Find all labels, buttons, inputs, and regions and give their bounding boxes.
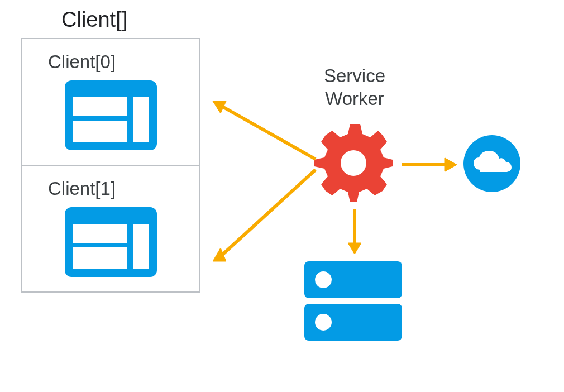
svg-marker-21: [445, 158, 457, 171]
server-icon: [304, 261, 402, 342]
svg-rect-6: [73, 247, 127, 269]
client-box-0: Client[0]: [21, 38, 200, 166]
svg-point-11: [315, 271, 332, 288]
svg-line-16: [221, 170, 316, 256]
arrow-to-client0: [209, 98, 321, 165]
browser-window-icon: [65, 80, 157, 150]
clients-container: Client[0] Client[1]: [21, 38, 200, 293]
svg-rect-7: [133, 224, 149, 269]
svg-rect-1: [73, 97, 127, 116]
arrow-to-storage: [343, 207, 366, 257]
client-box-1: Client[1]: [21, 166, 200, 293]
arrow-to-network: [399, 154, 460, 176]
client-1-label: Client[1]: [48, 178, 116, 199]
svg-rect-5: [73, 224, 127, 243]
svg-point-8: [341, 150, 366, 176]
svg-point-13: [315, 314, 332, 331]
svg-rect-2: [73, 121, 127, 142]
browser-window-icon: [65, 207, 157, 277]
svg-marker-19: [348, 243, 361, 254]
cloud-icon: [463, 135, 520, 192]
clients-title: Client[]: [61, 8, 127, 32]
gear-icon: [314, 124, 393, 202]
client-0-label: Client[0]: [48, 51, 116, 73]
svg-line-14: [221, 106, 316, 159]
svg-rect-3: [133, 97, 149, 142]
arrow-to-client1: [209, 164, 321, 265]
